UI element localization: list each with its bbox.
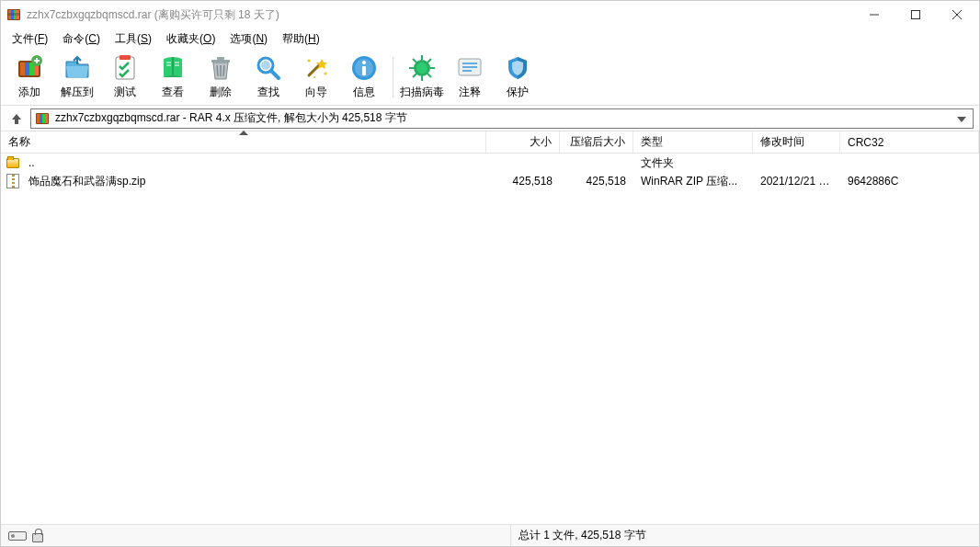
titlebar: zzhx7czbxgqzbqmscd.rar (离购买许可只剩 18 天了) [1, 1, 979, 28]
path-dropdown-icon[interactable] [954, 112, 969, 125]
test-button[interactable]: 测试 [102, 51, 148, 104]
up-arrow-icon [10, 112, 23, 125]
info-label: 信息 [353, 85, 375, 100]
cell-packed: 425,518 [560, 175, 633, 188]
comment-label: 注释 [459, 85, 481, 100]
zip-icon [1, 174, 21, 188]
column-packed-label: 压缩后大小 [570, 134, 625, 150]
delete-button[interactable]: 删除 [198, 51, 244, 104]
column-modified-label: 修改时间 [760, 134, 804, 150]
list-item-parent[interactable]: .. 文件夹 [1, 154, 979, 172]
window-title: zzhx7czbxgqzbqmscd.rar (离购买许可只剩 18 天了) [27, 7, 853, 23]
cell-size: 425,518 [486, 175, 560, 188]
lock-icon [32, 533, 43, 542]
svg-rect-11 [20, 63, 25, 75]
comment-button[interactable]: 注释 [447, 51, 493, 104]
toolbar: 添加 解压到 测试 查看 删除 查找 向导 信息 扫描病毒 注释 保护 [1, 49, 979, 106]
cell-type: 文件夹 [633, 155, 753, 171]
statusbar: 总计 1 文件, 425,518 字节 [1, 524, 979, 546]
column-size-label: 大小 [530, 134, 552, 150]
svg-rect-59 [45, 114, 48, 123]
column-headers: 名称 大小 压缩后大小 类型 修改时间 CRC32 [1, 131, 979, 154]
wizard-button[interactable]: 向导 [293, 51, 339, 104]
window-controls [853, 2, 977, 28]
svg-rect-40 [362, 66, 366, 75]
svg-line-48 [427, 74, 431, 77]
cell-modified: 2021/12/21 9... [753, 175, 840, 188]
column-modified[interactable]: 修改时间 [753, 131, 840, 153]
protect-label: 保护 [507, 85, 529, 100]
list-item-file[interactable]: 饰品魔石和武器满sp.zip 425,518 425,518 WinRAR ZI… [1, 172, 979, 190]
svg-point-36 [313, 76, 315, 78]
column-name-label: 名称 [8, 134, 30, 150]
svg-line-49 [413, 74, 416, 77]
disk-icon [8, 531, 27, 541]
svg-point-42 [416, 63, 427, 74]
protect-button[interactable]: 保护 [495, 51, 541, 104]
close-button[interactable] [936, 2, 977, 28]
column-name[interactable]: 名称 [1, 131, 486, 153]
column-crc32[interactable]: CRC32 [840, 131, 979, 153]
pathbar: zzhx7czbxgqzbqmscd.rar - RAR 4.x 压缩文件, 解… [1, 106, 979, 131]
view-label: 查看 [162, 85, 184, 100]
find-label: 查找 [257, 85, 279, 100]
delete-icon [206, 53, 235, 83]
menu-options[interactable]: 选项(N) [222, 29, 275, 49]
add-icon [15, 53, 44, 83]
menubar: 文件(F) 命令(C) 工具(S) 收藏夹(O) 选项(N) 帮助(H) [1, 28, 979, 49]
protect-icon [503, 53, 532, 83]
virusscan-button[interactable]: 扫描病毒 [399, 51, 445, 104]
cell-name: .. [21, 156, 486, 169]
cell-name: 饰品魔石和武器满sp.zip [21, 174, 486, 189]
maximize-button[interactable] [895, 2, 936, 28]
svg-line-50 [427, 59, 431, 63]
find-button[interactable]: 查找 [245, 51, 291, 104]
svg-point-34 [308, 60, 311, 63]
svg-point-35 [325, 73, 327, 75]
test-icon [110, 53, 140, 83]
column-packed[interactable]: 压缩后大小 [560, 131, 633, 153]
svg-rect-18 [116, 57, 134, 79]
comment-icon [455, 53, 484, 83]
svg-rect-12 [25, 63, 29, 75]
svg-line-32 [271, 71, 279, 78]
wizard-label: 向导 [305, 85, 327, 100]
menu-help[interactable]: 帮助(H) [275, 29, 327, 49]
svg-rect-25 [211, 60, 230, 63]
add-button[interactable]: 添加 [6, 51, 52, 104]
virusscan-label: 扫描病毒 [400, 85, 444, 100]
info-button[interactable]: 信息 [341, 51, 387, 104]
extract-label: 解压到 [61, 85, 94, 100]
path-field[interactable]: zzhx7czbxgqzbqmscd.rar - RAR 4.x 压缩文件, 解… [30, 108, 974, 129]
menu-tools[interactable]: 工具(S) [108, 29, 159, 49]
app-icon [6, 7, 21, 22]
view-button[interactable]: 查看 [150, 51, 196, 104]
svg-rect-56 [37, 114, 40, 123]
svg-rect-58 [42, 114, 45, 123]
svg-rect-26 [217, 57, 224, 60]
menu-commands[interactable]: 命令(C) [55, 29, 108, 49]
menu-file[interactable]: 文件(F) [5, 29, 55, 49]
column-size[interactable]: 大小 [486, 131, 560, 153]
minimize-button[interactable] [853, 2, 895, 28]
svg-line-27 [217, 65, 218, 76]
find-icon [254, 53, 283, 83]
up-button[interactable] [6, 108, 27, 129]
wizard-icon [302, 53, 331, 83]
svg-rect-5 [7, 13, 20, 16]
column-type[interactable]: 类型 [633, 131, 753, 153]
file-list[interactable]: .. 文件夹 饰品魔石和武器满sp.zip 425,518 425,518 Wi… [1, 154, 979, 524]
status-left [1, 525, 511, 546]
cell-crc: 9642886C [840, 175, 979, 188]
svg-point-39 [362, 61, 366, 64]
path-text: zzhx7czbxgqzbqmscd.rar - RAR 4.x 压缩文件, 解… [55, 110, 949, 126]
svg-rect-7 [911, 11, 919, 19]
column-crc32-label: CRC32 [848, 136, 883, 149]
extract-button[interactable]: 解压到 [54, 51, 100, 104]
folder-icon [1, 158, 21, 168]
svg-line-29 [223, 65, 224, 76]
extract-icon [63, 53, 92, 83]
test-label: 测试 [114, 85, 136, 100]
status-summary: 总计 1 文件, 425,518 字节 [511, 528, 979, 543]
menu-favorites[interactable]: 收藏夹(O) [159, 29, 222, 49]
